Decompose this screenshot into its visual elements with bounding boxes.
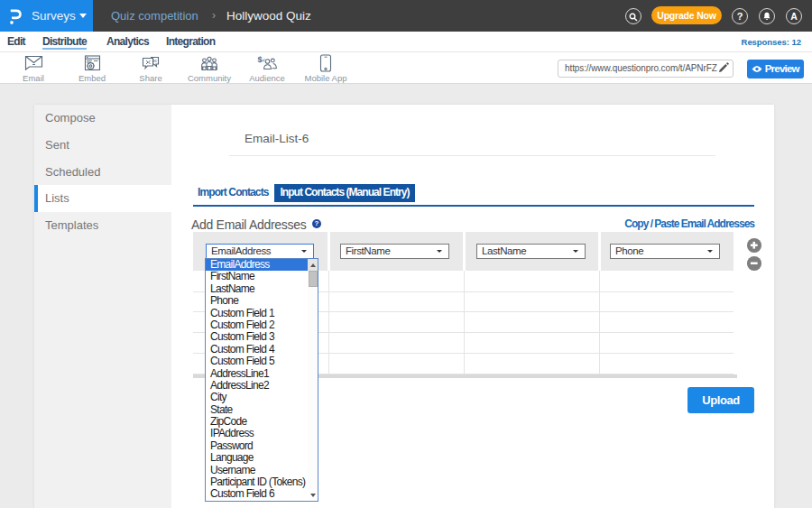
svg-text:$: $	[258, 54, 263, 64]
